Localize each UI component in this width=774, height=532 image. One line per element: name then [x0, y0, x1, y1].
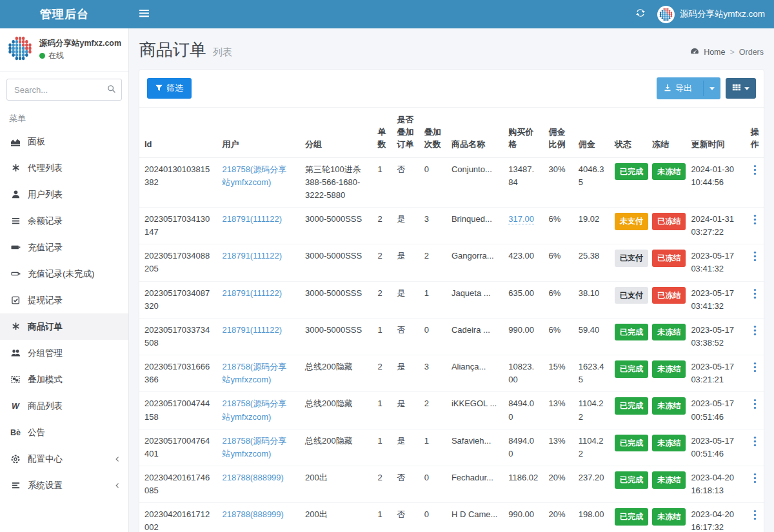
- cell-updated: 2023-05-17 00:51:46: [686, 429, 745, 466]
- user-link[interactable]: 218788(888999): [222, 473, 283, 482]
- table-row: 20230517004744158218758(源码分享站ymfxzcom)总线…: [139, 392, 764, 429]
- cell-stacked: 是: [392, 429, 419, 466]
- row-actions-button[interactable]: [751, 508, 759, 522]
- sidebar-item[interactable]: Bè公告: [0, 419, 128, 446]
- sidebar-item-label: 商品列表: [28, 400, 63, 412]
- sidebar-item-label: 代理列表: [28, 163, 63, 174]
- grid-icon: [732, 83, 740, 94]
- sidebar-item[interactable]: 代理列表: [0, 155, 128, 181]
- row-actions-button[interactable]: [751, 435, 759, 448]
- user-link[interactable]: 218791(111122): [222, 325, 282, 335]
- column-header: 单数: [372, 108, 392, 157]
- cell-updated: 2023-05-17 03:41:32: [686, 281, 745, 318]
- cell-stacked: 是: [392, 207, 419, 244]
- cell-commission: 4046.35: [573, 157, 610, 207]
- cell-product: iKKEGOL ...: [446, 392, 503, 429]
- cell-updated: 2024-01-30 10:44:56: [686, 157, 745, 207]
- cell-id: 20230420161746085: [139, 466, 217, 502]
- search-icon: [107, 84, 116, 96]
- row-actions-button[interactable]: [751, 287, 759, 300]
- chart-area-icon: [9, 137, 22, 147]
- cell-commission: 1104.22: [573, 429, 610, 466]
- sidebar-item[interactable]: 余额记录: [0, 208, 128, 234]
- table-row: 20230517034087320218791(111122)3000-5000…: [139, 281, 764, 318]
- status-badge: 已完成: [615, 163, 648, 181]
- column-header: 更新时间: [686, 108, 745, 157]
- row-actions-button[interactable]: [751, 250, 759, 263]
- sidebar-toggle-button[interactable]: [129, 0, 159, 28]
- table-body: 20240130103815382218758(源码分享站ymfxzcom)第三…: [139, 157, 764, 532]
- row-actions-button[interactable]: [751, 163, 759, 177]
- sidebar-item[interactable]: W商品列表: [0, 393, 128, 419]
- user-link[interactable]: 218791(111122): [222, 214, 282, 224]
- filter-button[interactable]: 筛选: [147, 78, 192, 99]
- sidebar-item[interactable]: 用户列表: [0, 181, 128, 208]
- user-link[interactable]: 218788(888999): [222, 509, 283, 519]
- cell-stacked: 否: [392, 318, 419, 355]
- cell-product: H D Came...: [446, 503, 503, 532]
- cell-updated: 2023-05-17 03:41:32: [686, 244, 745, 281]
- export-button[interactable]: 导出: [657, 77, 720, 99]
- column-header: 佣金: [573, 108, 610, 157]
- cell-group: 3000-5000SSS: [300, 281, 372, 318]
- download-icon: [664, 84, 671, 94]
- sidebar-item[interactable]: 叠加模式: [0, 366, 128, 393]
- cell-stacked: 否: [392, 466, 419, 502]
- column-header: 状态: [610, 108, 647, 157]
- user-link[interactable]: 218791(111122): [222, 251, 282, 261]
- user-link[interactable]: 218758(源码分享站ymfxzcom): [222, 399, 286, 421]
- table-row: 20230517031666366218758(源码分享站ymfxzcom)总线…: [139, 355, 764, 392]
- search-input[interactable]: [6, 79, 122, 101]
- row-actions-button[interactable]: [751, 360, 759, 374]
- user-menu[interactable]: 源码分享站ymfxz.com: [657, 6, 765, 23]
- column-header: 操作: [746, 108, 764, 157]
- sidebar-item[interactable]: 提现记录: [0, 287, 128, 313]
- columns-dropdown-button[interactable]: [726, 78, 756, 99]
- cell-product: Safavieh...: [446, 429, 503, 466]
- refresh-button[interactable]: [635, 8, 646, 21]
- cell-product: Jaqueta ...: [446, 281, 503, 318]
- cell-price: 8494.00: [508, 436, 534, 458]
- cell-id: 20230420161712002: [139, 503, 217, 532]
- cell-id: 20230517034130147: [139, 207, 217, 244]
- sidebar-item-label: 商品订单: [28, 321, 63, 333]
- topbar: 管理后台 源码分享站ymfxz.com: [0, 0, 774, 28]
- row-actions-button[interactable]: [751, 397, 759, 411]
- row-actions-button[interactable]: [751, 213, 759, 226]
- column-header: 购买价格: [503, 108, 543, 157]
- status-badge: 已完成: [615, 324, 648, 341]
- breadcrumb-home[interactable]: Home: [704, 48, 725, 57]
- column-header: 商品名称: [446, 108, 503, 157]
- sidebar-item-label: 余额记录: [28, 215, 63, 227]
- cell-price: 990.00: [508, 509, 534, 519]
- page-subtitle: 列表: [213, 46, 232, 59]
- row-actions-button[interactable]: [751, 471, 759, 485]
- sidebar-item-label: 配置中心: [28, 453, 63, 465]
- cell-price: 990.00: [508, 325, 534, 335]
- user-link[interactable]: 218758(源码分享站ymfxzcom): [222, 362, 286, 384]
- cell-price: 1186.02: [508, 473, 538, 482]
- user-link[interactable]: 218758(源码分享站ymfxzcom): [222, 436, 286, 458]
- sidebar-item[interactable]: 商品订单: [0, 313, 128, 340]
- sidebar-item[interactable]: 配置中心: [0, 446, 128, 472]
- cell-stack-times: 0: [419, 157, 446, 207]
- cell-price: 10823.00: [508, 362, 534, 384]
- cell-price: 13487.84: [508, 164, 534, 187]
- row-actions-button[interactable]: [751, 324, 759, 337]
- sidebar-item[interactable]: 面板: [0, 128, 128, 155]
- cell-rate: 15%: [544, 355, 573, 392]
- sidebar-item-label: 充值记录: [28, 242, 63, 253]
- user-link[interactable]: 218791(111122): [222, 288, 282, 298]
- cell-product: Aliança...: [446, 355, 503, 392]
- cell-stacked: 否: [392, 503, 419, 532]
- user-link[interactable]: 218758(源码分享站ymfxzcom): [222, 164, 286, 187]
- export-dropdown-button[interactable]: [703, 81, 720, 96]
- sidebar-item[interactable]: 系统设置: [0, 472, 128, 498]
- sidebar-item[interactable]: 分组管理: [0, 340, 128, 366]
- sidebar-item[interactable]: 充值记录: [0, 234, 128, 261]
- cell-stack-times: 2: [419, 392, 446, 429]
- table-row: 20240130103815382218758(源码分享站ymfxzcom)第三…: [139, 157, 764, 207]
- sidebar-item[interactable]: 充值记录(未完成): [0, 261, 128, 287]
- price-link[interactable]: 317.00: [508, 214, 534, 224]
- cell-id: 20230517004744158: [139, 392, 217, 429]
